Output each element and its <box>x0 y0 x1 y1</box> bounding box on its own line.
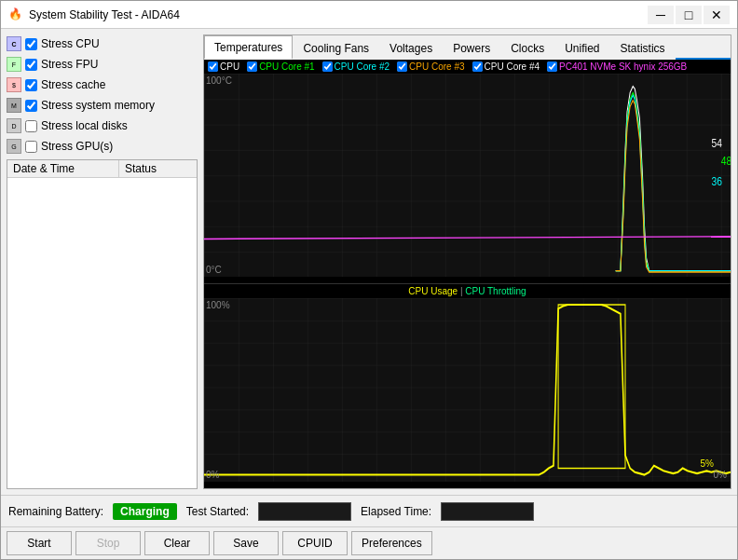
elapsed-time-label: Elapsed Time: <box>361 505 431 518</box>
disk-icon: D <box>7 118 21 133</box>
left-panel: C Stress CPU F Stress FPU $ Stress cache <box>7 34 198 489</box>
gpu-icon: G <box>7 139 21 154</box>
svg-text:54: 54 <box>711 136 722 151</box>
cpu-usage-label: CPU Usage <box>408 286 458 296</box>
stop-button[interactable]: Stop <box>75 531 141 555</box>
save-button[interactable]: Save <box>213 531 279 555</box>
app-icon: 🔥 <box>8 7 23 22</box>
legend-core2: CPU Core #2 <box>322 61 390 72</box>
stress-disk-item: D Stress local disks <box>7 116 198 135</box>
usage-legend: CPU Usage | CPU Throttling <box>204 284 731 298</box>
stress-cpu-checkbox[interactable] <box>25 38 37 50</box>
stress-options: C Stress CPU F Stress FPU $ Stress cache <box>7 34 198 156</box>
cpu-throttling-label: CPU Throttling <box>465 286 526 296</box>
temp-chart-canvas: 54 48 36 100°C 0°C <box>204 74 731 277</box>
remaining-battery-label: Remaining Battery: <box>8 505 103 518</box>
log-date-header: Date & Time <box>7 160 119 177</box>
tab-powers[interactable]: Powers <box>443 35 500 60</box>
charts-area: CPU CPU Core #1 CPU Core #2 CPU Cor <box>204 60 731 488</box>
right-panel: Temperatures Cooling Fans Voltages Power… <box>203 34 731 489</box>
legend-core3-label: CPU Core #3 <box>409 61 464 72</box>
button-bar: Start Stop Clear Save CPUID Preferences <box>1 526 737 559</box>
legend-nvme: PC401 NVMe SK hynix 256GB <box>547 61 687 72</box>
legend-cpu-label: CPU <box>220 61 239 72</box>
legend-core4-label: CPU Core #4 <box>485 61 540 72</box>
stress-cache-checkbox[interactable] <box>25 79 37 91</box>
fpu-icon: F <box>7 57 21 72</box>
usage-val-right1: 5% <box>701 458 714 469</box>
stress-cpu-item: C Stress CPU <box>7 34 198 53</box>
svg-rect-4 <box>204 298 731 482</box>
cpu-icon: C <box>7 36 21 51</box>
stress-memory-item: M Stress system memory <box>7 96 198 115</box>
temp-y-top: 100°C <box>206 75 232 86</box>
temperature-chart: CPU CPU Core #1 CPU Core #2 CPU Cor <box>204 60 731 284</box>
cpuid-button[interactable]: CPUID <box>282 531 348 555</box>
legend-nvme-checkbox[interactable] <box>547 61 557 72</box>
window-controls: ─ □ ✕ <box>648 6 730 24</box>
charging-badge: Charging <box>113 503 177 520</box>
stress-disk-label: Stress local disks <box>41 119 128 132</box>
start-button[interactable]: Start <box>7 531 72 555</box>
status-bar: Remaining Battery: Charging Test Started… <box>1 495 737 526</box>
stress-cache-label: Stress cache <box>41 78 105 91</box>
svg-rect-0 <box>204 74 731 277</box>
legend-core1-checkbox[interactable] <box>247 61 257 72</box>
usage-chart: CPU Usage | CPU Throttling <box>204 284 731 488</box>
minimize-button[interactable]: ─ <box>648 6 674 24</box>
log-header: Date & Time Status <box>7 160 197 178</box>
clear-button[interactable]: Clear <box>144 531 210 555</box>
usage-y-bottom: 0% <box>206 470 219 480</box>
svg-text:48: 48 <box>721 154 731 169</box>
tabs-bar: Temperatures Cooling Fans Voltages Power… <box>204 35 731 60</box>
usage-chart-svg <box>204 298 731 482</box>
content-area: C Stress CPU F Stress FPU $ Stress cache <box>1 29 737 495</box>
legend-nvme-label: PC401 NVMe SK hynix 256GB <box>559 61 687 72</box>
test-started-label: Test Started: <box>186 505 249 518</box>
temp-chart-svg: 54 48 36 <box>204 74 731 277</box>
log-panel: Date & Time Status <box>7 159 198 489</box>
usage-val-right2: 0% <box>714 470 727 480</box>
legend-cpu-checkbox[interactable] <box>208 61 218 72</box>
maximize-button[interactable]: □ <box>676 6 702 24</box>
tab-statistics[interactable]: Statistics <box>610 35 676 60</box>
tab-voltages[interactable]: Voltages <box>379 35 443 60</box>
legend-core3: CPU Core #3 <box>397 61 464 72</box>
temp-y-bottom: 0°C <box>206 265 222 275</box>
stress-gpu-item: G Stress GPU(s) <box>7 137 198 156</box>
preferences-button[interactable]: Preferences <box>351 531 432 555</box>
stress-fpu-checkbox[interactable] <box>25 59 37 71</box>
legend-core4-checkbox[interactable] <box>472 61 483 72</box>
stress-fpu-item: F Stress FPU <box>7 55 198 74</box>
legend-core1: CPU Core #1 <box>247 61 314 72</box>
tab-cooling-fans[interactable]: Cooling Fans <box>293 35 379 60</box>
close-button[interactable]: ✕ <box>704 6 730 24</box>
stress-gpu-label: Stress GPU(s) <box>41 140 113 153</box>
stress-memory-checkbox[interactable] <box>25 100 37 112</box>
legend-core1-label: CPU Core #1 <box>259 61 314 72</box>
stress-fpu-label: Stress FPU <box>41 58 98 71</box>
legend-core3-checkbox[interactable] <box>397 61 407 72</box>
svg-text:36: 36 <box>711 174 722 189</box>
main-window: 🔥 System Stability Test - AIDA64 ─ □ ✕ C… <box>0 0 738 560</box>
stress-cache-item: $ Stress cache <box>7 75 198 94</box>
legend-core2-label: CPU Core #2 <box>335 61 390 72</box>
elapsed-time-value <box>441 502 534 521</box>
temp-legend: CPU CPU Core #1 CPU Core #2 CPU Cor <box>204 60 731 74</box>
test-started-value <box>258 502 351 521</box>
tab-unified[interactable]: Unified <box>554 35 609 60</box>
legend-core2-checkbox[interactable] <box>322 61 333 72</box>
log-body <box>7 178 197 488</box>
tab-clocks[interactable]: Clocks <box>500 35 554 60</box>
legend-core4: CPU Core #4 <box>472 61 540 72</box>
usage-y-top: 100% <box>206 300 230 310</box>
stress-disk-checkbox[interactable] <box>25 120 37 132</box>
title-bar: 🔥 System Stability Test - AIDA64 ─ □ ✕ <box>1 1 737 29</box>
legend-cpu: CPU <box>208 61 239 72</box>
memory-icon: M <box>7 98 21 113</box>
tab-temperatures[interactable]: Temperatures <box>204 35 293 60</box>
usage-chart-canvas: 100% 0% 5% 0% <box>204 298 731 482</box>
stress-gpu-checkbox[interactable] <box>25 141 37 153</box>
window-title: System Stability Test - AIDA64 <box>29 8 648 21</box>
stress-cpu-label: Stress CPU <box>41 37 100 50</box>
